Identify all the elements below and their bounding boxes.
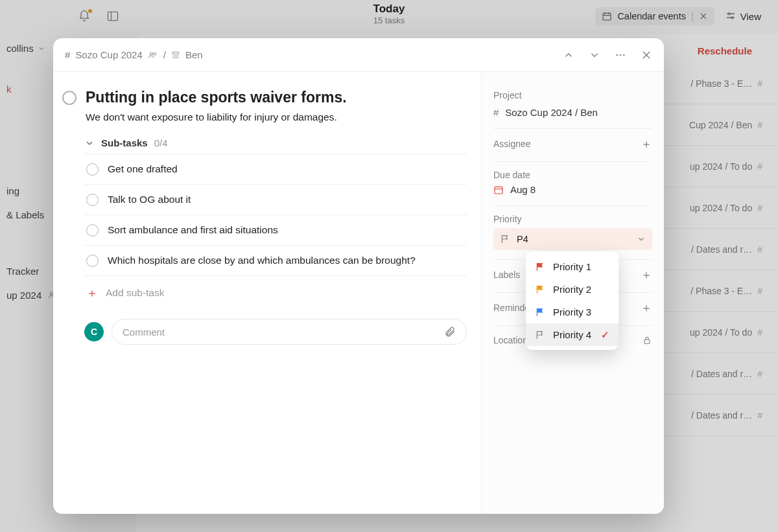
subtask-label: Get one drafted [108, 163, 178, 175]
due-date-label: Due date [493, 170, 652, 180]
next-task-icon[interactable] [589, 49, 600, 61]
priority-option-label: Priority 1 [553, 261, 591, 272]
subtask-item[interactable]: Sort ambulance and first aid situations [84, 215, 467, 246]
subtask-label: Sort ambulance and first aid situations [108, 224, 278, 236]
project-value-text: Sozo Cup 2024 / Ben [505, 107, 598, 118]
priority-option[interactable]: Priority 4✓ [526, 323, 619, 346]
close-icon[interactable] [641, 49, 652, 61]
priority-option[interactable]: Priority 1 [526, 255, 619, 278]
breadcrumb-section: Ben [185, 49, 203, 60]
complete-checkbox[interactable] [62, 91, 77, 105]
priority-value: P4 [517, 234, 528, 244]
lock-icon [642, 335, 652, 345]
chevron-down-icon [637, 235, 646, 244]
flag-icon [535, 307, 545, 318]
project-field-value[interactable]: # Sozo Cup 2024 / Ben [493, 103, 652, 126]
svg-rect-24 [495, 187, 502, 194]
flag-icon [500, 234, 510, 244]
project-field-label: Project [493, 90, 652, 100]
svg-point-15 [153, 52, 156, 55]
subtask-checkbox[interactable] [86, 163, 99, 176]
due-date-value: Aug 8 [510, 184, 536, 195]
subtask-item[interactable]: Which hospitals are close by and which a… [84, 246, 467, 276]
comment-input[interactable]: Comment [112, 319, 467, 345]
priority-option-label: Priority 2 [553, 284, 591, 295]
subtask-label: Which hospitals are close by and which a… [108, 255, 416, 266]
priority-dropdown: Priority 1Priority 2Priority 3Priority 4… [526, 251, 619, 350]
section-icon [171, 51, 180, 60]
flag-icon [535, 330, 545, 340]
priority-option[interactable]: Priority 3 [526, 301, 619, 323]
add-subtask-label: Add sub-task [106, 287, 164, 299]
svg-point-21 [623, 54, 624, 55]
assignee-label: Assignee [493, 139, 531, 149]
subtasks-count: 0/4 [154, 137, 168, 148]
location-label: Location [493, 335, 528, 345]
labels-label: Labels [493, 270, 520, 280]
task-description[interactable]: We don't want exposure to liability for … [86, 111, 467, 123]
prev-task-icon[interactable] [563, 49, 574, 61]
svg-rect-16 [172, 52, 178, 54]
priority-option[interactable]: Priority 2 [526, 278, 619, 301]
comment-placeholder: Comment [123, 327, 165, 338]
flag-icon [535, 262, 545, 272]
task-main: Putting in place sports waiver forms. We… [53, 72, 481, 514]
svg-rect-26 [644, 340, 650, 343]
svg-point-20 [620, 54, 621, 55]
task-detail-modal: # Sozo Cup 2024 / Ben Putting in place s… [53, 38, 664, 514]
plus-icon: ＋ [86, 285, 98, 301]
hash-icon: # [493, 107, 499, 118]
priority-label: Priority [493, 214, 652, 224]
people-icon [148, 51, 158, 59]
task-sidebar: Project # Sozo Cup 2024 / Ben Assignee ＋… [481, 72, 664, 514]
subtasks-toggle[interactable]: Sub-tasks 0/4 [84, 137, 467, 148]
subtask-item[interactable]: Get one drafted [84, 154, 467, 185]
subtask-checkbox[interactable] [86, 194, 99, 206]
avatar: C [84, 322, 104, 341]
more-icon[interactable] [615, 49, 626, 61]
subtask-checkbox[interactable] [86, 224, 99, 237]
check-icon: ✓ [601, 329, 609, 341]
calendar-icon [493, 185, 504, 195]
add-subtask-button[interactable]: ＋ Add sub-task [86, 285, 467, 301]
hash-icon: # [65, 49, 70, 60]
plus-icon: ＋ [641, 138, 652, 150]
subtask-checkbox[interactable] [86, 255, 99, 267]
attachment-icon[interactable] [444, 326, 456, 338]
svg-point-14 [150, 52, 152, 55]
chevron-down-icon [84, 138, 95, 148]
plus-icon: ＋ [641, 269, 652, 281]
breadcrumb-project: Sozo Cup 2024 [75, 49, 142, 60]
subtask-label: Talk to OG about it [108, 194, 191, 205]
svg-point-19 [617, 54, 618, 55]
subtask-item[interactable]: Talk to OG about it [84, 185, 467, 215]
assignee-field[interactable]: Assignee ＋ [493, 128, 652, 159]
subtasks-header-label: Sub-tasks [101, 137, 148, 148]
modal-header: # Sozo Cup 2024 / Ben [53, 38, 664, 72]
due-date-field[interactable]: Aug 8 [493, 180, 652, 203]
breadcrumb[interactable]: # Sozo Cup 2024 / Ben [65, 49, 203, 60]
plus-icon: ＋ [641, 302, 652, 314]
priority-option-label: Priority 3 [553, 306, 591, 318]
priority-option-label: Priority 4 [553, 329, 591, 340]
task-title[interactable]: Putting in place sports waiver forms. [86, 89, 467, 106]
flag-icon [535, 284, 545, 295]
priority-select[interactable]: P4 Priority 1Priority 2Priority 3Priorit… [493, 228, 652, 250]
